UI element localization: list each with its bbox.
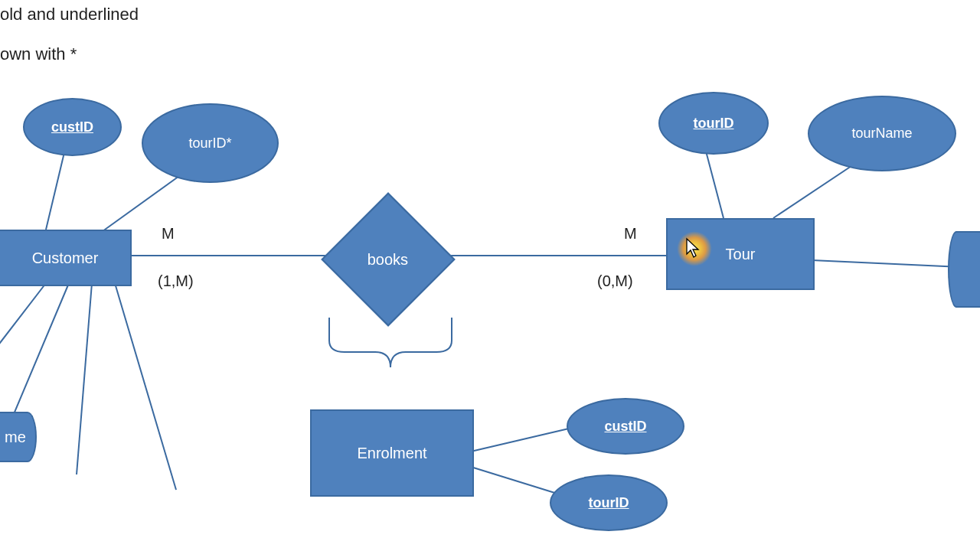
entity-enrolment[interactable]: Enrolment xyxy=(310,409,474,497)
attr-tourname-label: tourName xyxy=(851,126,912,142)
svg-line-3 xyxy=(100,168,190,233)
entity-tour[interactable]: Tour xyxy=(666,218,815,290)
connector-lines xyxy=(0,0,980,551)
attr-enrol-custid[interactable]: custID xyxy=(567,398,684,455)
attr-enrol-tourid-label: tourID xyxy=(589,495,629,511)
attr-enrol-custid-label: custID xyxy=(604,419,646,435)
svg-line-10 xyxy=(115,283,176,490)
svg-line-2 xyxy=(46,149,65,230)
attr-tourid-fk[interactable]: tourID* xyxy=(142,103,279,183)
relationship-books[interactable]: books xyxy=(341,212,433,304)
attr-tourname[interactable]: tourName xyxy=(808,96,956,171)
relationship-books-label: books xyxy=(368,251,408,269)
note-line-1: old and underlined xyxy=(0,5,139,24)
entity-customer-label: Customer xyxy=(32,249,99,267)
svg-line-7 xyxy=(0,283,46,383)
attr-enrol-tourid[interactable]: tourID xyxy=(550,474,668,531)
attr-right-cut[interactable] xyxy=(948,231,980,308)
attr-tourid-label: tourID xyxy=(694,116,734,132)
note-line-2: own with * xyxy=(0,44,77,64)
attr-custid[interactable]: custID xyxy=(23,98,122,156)
svg-line-9 xyxy=(77,283,92,474)
cardinality-customer-m: M xyxy=(162,225,175,243)
cardinality-tour-0m: (0,M) xyxy=(597,272,633,290)
attr-left-cut-label: me xyxy=(5,429,26,446)
svg-line-11 xyxy=(471,425,582,452)
attr-custid-label: custID xyxy=(51,119,93,135)
attr-tourid[interactable]: tourID xyxy=(658,92,769,155)
attr-left-cut[interactable]: me xyxy=(0,412,37,462)
svg-line-8 xyxy=(8,283,69,429)
svg-line-4 xyxy=(704,145,724,218)
er-diagram-canvas: { "notes": { "line1": "old and underline… xyxy=(0,0,980,551)
cardinality-tour-m: M xyxy=(624,225,637,243)
entity-tour-label: Tour xyxy=(726,246,756,263)
entity-enrolment-label: Enrolment xyxy=(357,445,426,462)
entity-customer[interactable]: Customer xyxy=(0,230,132,286)
cardinality-customer-1m: (1,M) xyxy=(158,272,194,290)
attr-tourid-fk-label: tourID* xyxy=(188,135,231,152)
